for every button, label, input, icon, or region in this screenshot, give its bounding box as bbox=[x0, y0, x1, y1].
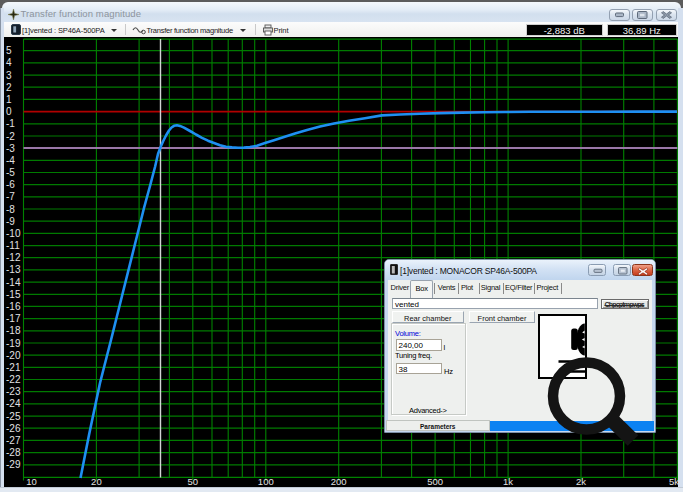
svg-text:-16: -16 bbox=[6, 301, 21, 312]
svg-text:-19: -19 bbox=[6, 338, 21, 349]
svg-text:5k: 5k bbox=[669, 476, 678, 487]
svg-text:-21: -21 bbox=[6, 362, 21, 373]
svg-text:2: 2 bbox=[6, 82, 12, 93]
svg-text:-14: -14 bbox=[6, 277, 21, 288]
svg-text:200: 200 bbox=[331, 476, 347, 487]
svg-text:-27: -27 bbox=[6, 435, 21, 446]
svg-text:500: 500 bbox=[427, 476, 443, 487]
svg-text:4: 4 bbox=[6, 57, 12, 68]
svg-text:-11: -11 bbox=[6, 240, 20, 251]
svg-text:-24: -24 bbox=[6, 398, 21, 409]
svg-text:-29: -29 bbox=[6, 459, 21, 470]
svg-text:-28: -28 bbox=[6, 447, 21, 458]
svg-text:20: 20 bbox=[91, 476, 102, 487]
svg-text:-9: -9 bbox=[6, 216, 15, 227]
svg-text:-23: -23 bbox=[6, 386, 21, 397]
svg-text:-8: -8 bbox=[6, 204, 15, 215]
svg-text:50: 50 bbox=[188, 476, 199, 487]
svg-text:-3: -3 bbox=[6, 143, 15, 154]
svg-text:-25: -25 bbox=[6, 411, 21, 422]
svg-text:0: 0 bbox=[6, 106, 12, 117]
svg-text:2k: 2k bbox=[576, 476, 586, 487]
svg-text:-1: -1 bbox=[6, 118, 15, 129]
svg-text:-15: -15 bbox=[6, 289, 21, 300]
svg-text:-12: -12 bbox=[6, 252, 21, 263]
svg-text:-13: -13 bbox=[6, 264, 21, 275]
svg-text:5: 5 bbox=[6, 45, 12, 56]
svg-text:1k: 1k bbox=[503, 476, 513, 487]
svg-text:100: 100 bbox=[258, 476, 274, 487]
svg-text:-2: -2 bbox=[6, 131, 15, 142]
svg-text:3: 3 bbox=[6, 70, 12, 81]
svg-text:-26: -26 bbox=[6, 423, 21, 434]
svg-text:-17: -17 bbox=[6, 313, 21, 324]
svg-text:-7: -7 bbox=[6, 191, 15, 202]
svg-text:-6: -6 bbox=[6, 179, 15, 190]
svg-text:10: 10 bbox=[26, 476, 37, 487]
svg-text:-4: -4 bbox=[6, 155, 15, 166]
svg-text:-18: -18 bbox=[6, 325, 21, 336]
svg-text:-20: -20 bbox=[6, 350, 21, 361]
svg-text:-22: -22 bbox=[6, 374, 21, 385]
svg-text:1: 1 bbox=[6, 94, 12, 105]
svg-text:-5: -5 bbox=[6, 167, 15, 178]
svg-text:-10: -10 bbox=[6, 228, 21, 239]
